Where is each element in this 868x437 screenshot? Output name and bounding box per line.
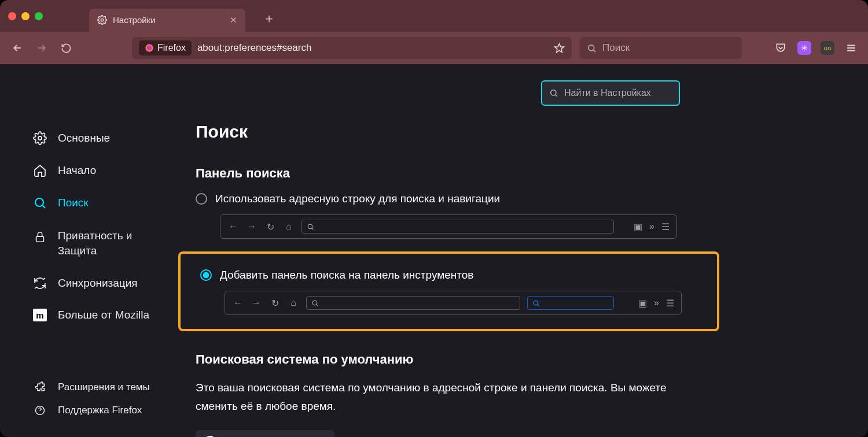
sidebar-item-privacy[interactable]: Приватность и Защита [32, 219, 174, 267]
browser-tab[interactable]: Настройки ✕ [89, 9, 245, 32]
preferences-sidebar: Основные Начало Поиск Приватность и Защи… [0, 64, 174, 437]
radio-icon [196, 193, 207, 205]
back-icon: ← [232, 298, 244, 308]
sync-icon [32, 276, 47, 290]
reload-icon: ↻ [269, 298, 281, 309]
search-icon [32, 196, 47, 210]
title-bar: Настройки ✕ ＋ [0, 0, 868, 32]
maximize-window-button[interactable] [35, 12, 43, 20]
reload-button[interactable] [58, 40, 74, 56]
option-label: Добавить панель поиска на панель инструм… [220, 269, 473, 282]
nav-toolbar: Firefox about:preferences#search Поиск ✳… [0, 32, 868, 64]
new-tab-button[interactable]: ＋ [263, 5, 275, 27]
gear-icon [97, 15, 107, 25]
close-tab-button[interactable]: ✕ [230, 15, 237, 25]
home-icon: ⌂ [288, 298, 299, 308]
svg-point-8 [551, 90, 556, 95]
firefox-pill-label: Firefox [157, 43, 186, 53]
page-search-placeholder: Найти в Настройках [564, 88, 651, 98]
search-icon [549, 88, 558, 98]
sidebar-item-search[interactable]: Поиск [32, 187, 174, 219]
main-panel: Найти в Настройках Поиск Панель поиска И… [174, 64, 868, 437]
svg-point-0 [101, 18, 103, 21]
toolbar-search-placeholder: Поиск [602, 42, 630, 54]
chevrons-icon: » [654, 298, 659, 309]
sidebar-item-label: Приватность и Защита [58, 228, 174, 258]
gear-icon [32, 131, 47, 145]
sidebar-item-label: Поддержка Firefox [58, 405, 142, 416]
url-address: about:preferences#search [197, 42, 312, 54]
home-icon: ⌂ [283, 221, 295, 232]
extension-icon[interactable]: ✳ [797, 41, 811, 55]
svg-point-10 [312, 301, 317, 305]
app-menu-icon[interactable] [844, 40, 859, 55]
mozilla-icon: m [32, 309, 47, 321]
window-controls [8, 12, 43, 20]
preview-urlbar [306, 296, 520, 310]
ublock-icon[interactable]: uo [821, 41, 834, 55]
sidebar-icon: ▣ [638, 298, 647, 309]
svg-point-4 [38, 136, 42, 140]
forward-icon: → [246, 221, 258, 232]
pocket-icon[interactable] [773, 40, 788, 55]
option-add-searchbar[interactable]: Добавить панель поиска на панель инструм… [200, 269, 701, 282]
help-icon [32, 405, 47, 416]
home-icon [32, 164, 47, 177]
option-label: Использовать адресную строку для поиска … [215, 192, 500, 205]
puzzle-icon [32, 382, 47, 393]
radio-checked-icon [200, 269, 212, 281]
option-use-urlbar[interactable]: Использовать адресную строку для поиска … [196, 192, 868, 205]
page-search-input[interactable]: Найти в Настройках [541, 80, 680, 106]
sidebar-item-label: Основные [58, 132, 110, 145]
menu-icon: ☰ [661, 221, 670, 232]
default-engine-desc: Это ваша поисковая система по умолчанию … [196, 379, 670, 416]
sidebar-item-label: Начало [58, 164, 96, 177]
default-engine-select[interactable]: Google ⌄ [196, 430, 334, 437]
sidebar-extensions[interactable]: Расширения и темы [32, 376, 174, 399]
highlighted-option: Добавить панель поиска на панель инструм… [178, 251, 719, 331]
sidebar-item-general[interactable]: Основные [32, 122, 174, 154]
sidebar-item-label: Синхронизация [58, 277, 138, 290]
back-icon: ← [227, 221, 239, 232]
preview-with-searchbar: ← → ↻ ⌂ ▣ » ☰ [225, 291, 682, 315]
preview-urlbar-only: ← → ↻ ⌂ ▣ » ☰ [220, 214, 677, 239]
menu-icon: ☰ [666, 298, 674, 309]
sidebar-item-label: Больше от Mozilla [58, 309, 149, 321]
svg-point-3 [589, 45, 594, 50]
firefox-pill: Firefox [139, 40, 192, 55]
forward-icon: → [251, 298, 262, 308]
chevrons-icon: » [649, 221, 654, 232]
svg-point-9 [308, 224, 312, 229]
lock-icon [32, 228, 47, 243]
sidebar-item-home[interactable]: Начало [32, 154, 174, 187]
preview-urlbar [301, 220, 614, 234]
reload-icon: ↻ [264, 221, 276, 232]
svg-point-11 [534, 301, 538, 305]
svg-rect-6 [36, 236, 44, 242]
svg-point-2 [147, 46, 152, 50]
forward-button[interactable] [34, 40, 50, 56]
bookmark-star-icon[interactable] [554, 43, 565, 54]
page-title: Поиск [196, 122, 868, 142]
content-area: Основные Начало Поиск Приватность и Защи… [0, 64, 868, 437]
firefox-icon [145, 43, 154, 53]
tab-title: Настройки [113, 15, 156, 25]
back-button[interactable] [9, 40, 25, 56]
preview-searchbar [527, 296, 614, 310]
section-search-bar: Панель поиска [196, 166, 868, 181]
url-bar[interactable]: Firefox about:preferences#search [132, 37, 572, 59]
sidebar-item-label: Поиск [58, 197, 89, 209]
sidebar-item-label: Расширения и темы [58, 382, 150, 393]
section-default-engine: Поисковая система по умолчанию [196, 352, 868, 367]
sidebar-icon: ▣ [634, 221, 642, 232]
sidebar-item-sync[interactable]: Синхронизация [32, 267, 174, 299]
search-icon [587, 43, 597, 53]
svg-point-5 [35, 198, 43, 206]
minimize-window-button[interactable] [21, 12, 30, 20]
toolbar-search-input[interactable]: Поиск [580, 37, 742, 59]
sidebar-item-mozilla[interactable]: m Больше от Mozilla [32, 299, 174, 331]
close-window-button[interactable] [8, 12, 16, 20]
sidebar-support[interactable]: Поддержка Firefox [32, 399, 174, 422]
